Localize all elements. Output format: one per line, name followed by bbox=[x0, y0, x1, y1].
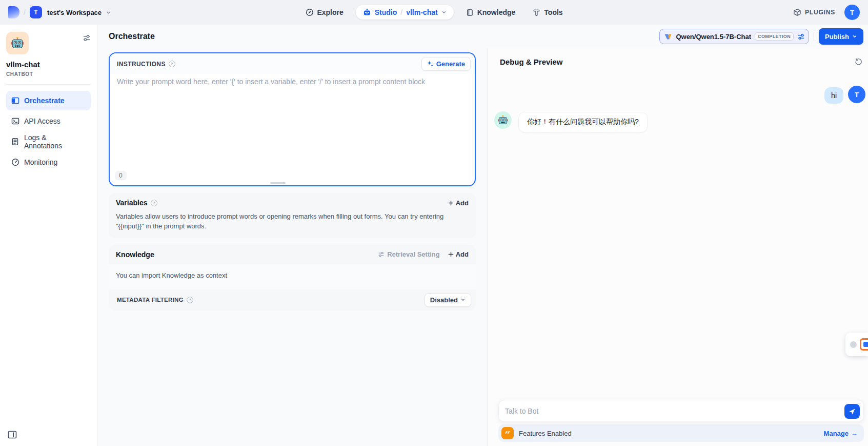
features-bar: Features Enabled Manage → bbox=[498, 424, 864, 442]
instructions-panel: INSTRUCTIONS ? Generate 0 bbox=[109, 52, 476, 186]
orchestrate-config-column: INSTRUCTIONS ? Generate 0 Variables ? Ad… bbox=[97, 48, 487, 446]
nav-app-name[interactable]: vllm-chat bbox=[406, 8, 437, 16]
metadata-filtering-row: METADATA FILTERING ? Disabled bbox=[109, 289, 476, 311]
chevron-down-icon bbox=[852, 34, 857, 39]
dify-logo[interactable] bbox=[8, 6, 19, 18]
variables-description: Variables allow users to introduce promp… bbox=[116, 212, 444, 231]
send-button[interactable] bbox=[844, 404, 860, 419]
robot-emoji-icon bbox=[10, 36, 25, 50]
floating-helper-widget[interactable] bbox=[845, 333, 868, 356]
knowledge-panel: Knowledge Retrieval Setting Add You can … bbox=[109, 245, 476, 311]
chevron-down-icon[interactable] bbox=[441, 10, 447, 15]
chat-input-container bbox=[498, 400, 864, 422]
bot-message-row: 你好！有什么问题我可以帮助你吗? bbox=[488, 111, 868, 132]
plugins-button[interactable]: PLUGINS bbox=[793, 8, 835, 16]
nav-explore[interactable]: Explore bbox=[300, 5, 348, 20]
model-params-icon[interactable] bbox=[797, 33, 805, 41]
add-knowledge-button[interactable]: Add bbox=[448, 250, 469, 258]
chat-input[interactable] bbox=[505, 407, 840, 415]
gauge-icon bbox=[11, 158, 19, 166]
sidebar-item-logs-annotations[interactable]: Logs & Annotations bbox=[6, 132, 91, 151]
orchestrate-icon bbox=[11, 96, 19, 105]
app-settings-icon[interactable] bbox=[83, 34, 91, 42]
debug-preview-panel: Debug & Preview hi T bbox=[487, 48, 868, 446]
nav-studio-active[interactable]: Studio / vllm-chat bbox=[356, 5, 454, 20]
nav-tools[interactable]: Tools bbox=[528, 5, 568, 20]
manage-features-link[interactable]: Manage → bbox=[824, 430, 858, 437]
paper-plane-icon bbox=[849, 408, 856, 415]
document-list-icon bbox=[11, 138, 19, 146]
app-icon[interactable] bbox=[6, 32, 29, 54]
nav-studio-label: Studio bbox=[375, 8, 397, 16]
help-icon[interactable]: ? bbox=[151, 200, 157, 206]
char-count: 0 bbox=[115, 171, 127, 180]
hammer-icon bbox=[533, 9, 540, 16]
arrow-right-icon: → bbox=[851, 430, 858, 437]
model-mode-badge: COMPLETION bbox=[755, 32, 794, 41]
nav-knowledge[interactable]: Knowledge bbox=[461, 5, 521, 20]
package-icon bbox=[793, 8, 801, 16]
generate-button[interactable]: Generate bbox=[421, 57, 471, 71]
help-icon[interactable]: ? bbox=[187, 297, 193, 303]
book-icon bbox=[466, 9, 474, 16]
separator-slash: / bbox=[400, 8, 402, 16]
features-label: Features Enabled bbox=[519, 430, 572, 437]
workspace-name[interactable]: test's Workspace bbox=[47, 9, 102, 16]
separator-slash: / bbox=[24, 8, 26, 16]
app-type-badge: CHATBOT bbox=[6, 71, 91, 77]
plus-icon bbox=[448, 251, 454, 257]
drag-dot bbox=[850, 341, 857, 348]
extension-logo-icon bbox=[860, 338, 868, 351]
instructions-textarea[interactable] bbox=[110, 74, 475, 169]
add-variable-button[interactable]: Add bbox=[448, 199, 469, 207]
retrieval-setting-button[interactable]: Retrieval Setting bbox=[378, 250, 440, 258]
top-navigation-bar: / T test's Workspace Explore Studio / vl… bbox=[0, 0, 868, 25]
divider bbox=[6, 84, 91, 85]
metadata-filtering-dropdown[interactable]: Disabled bbox=[425, 293, 471, 307]
sidebar-item-monitoring[interactable]: Monitoring bbox=[6, 152, 91, 172]
metadata-filtering-title: METADATA FILTERING bbox=[117, 297, 184, 303]
user-message-bubble: hi bbox=[824, 87, 843, 104]
robot-emoji-icon bbox=[497, 114, 509, 126]
restart-conversation-icon[interactable] bbox=[853, 56, 864, 67]
chat-area: hi T 你好！有什么问题我可以帮助你吗? bbox=[488, 71, 868, 132]
sparkles-icon bbox=[427, 61, 434, 67]
plus-icon bbox=[448, 200, 454, 206]
model-name: Qwen/Qwen1.5-7B-Chat bbox=[676, 33, 751, 41]
user-avatar[interactable]: T bbox=[844, 5, 860, 20]
main-header: Orchestrate Qwen/Qwen1.5-7B-Chat COMPLET… bbox=[97, 25, 868, 48]
app-sidebar: vllm-chat CHATBOT Orchestrate API Access… bbox=[0, 25, 97, 446]
page-title: Orchestrate bbox=[109, 32, 155, 41]
sidebar-item-api-access[interactable]: API Access bbox=[6, 111, 91, 131]
user-chat-avatar: T bbox=[848, 86, 865, 103]
help-icon[interactable]: ? bbox=[169, 61, 175, 67]
variables-title: Variables bbox=[116, 199, 148, 207]
knowledge-title: Knowledge bbox=[116, 250, 154, 259]
bot-avatar bbox=[494, 111, 512, 129]
sidebar-item-orchestrate[interactable]: Orchestrate bbox=[6, 91, 91, 110]
compass-icon bbox=[305, 8, 313, 16]
vllm-logo-icon bbox=[664, 32, 672, 41]
features-icon bbox=[501, 427, 514, 439]
app-name: vllm-chat bbox=[6, 60, 91, 69]
robot-icon bbox=[363, 8, 371, 16]
knowledge-description: You can import Knowledge as context bbox=[116, 272, 227, 279]
user-message-row: hi T bbox=[488, 86, 868, 104]
collapse-sidebar-icon[interactable] bbox=[5, 428, 19, 442]
chevron-down-icon[interactable] bbox=[106, 10, 111, 15]
terminal-icon bbox=[11, 117, 19, 125]
debug-preview-title: Debug & Preview bbox=[500, 57, 563, 66]
bot-message-bubble: 你好！有什么问题我可以帮助你吗? bbox=[518, 112, 648, 132]
model-selector[interactable]: Qwen/Qwen1.5-7B-Chat COMPLETION bbox=[659, 29, 809, 44]
instructions-title: INSTRUCTIONS bbox=[117, 61, 166, 68]
divider bbox=[814, 32, 814, 41]
sliders-icon bbox=[378, 251, 385, 258]
variables-panel: Variables ? Add Variables allow users to… bbox=[109, 193, 476, 238]
publish-button[interactable]: Publish bbox=[819, 28, 863, 45]
chevron-down-icon bbox=[460, 297, 466, 302]
workspace-avatar[interactable]: T bbox=[30, 6, 42, 18]
resize-handle[interactable] bbox=[270, 182, 286, 184]
